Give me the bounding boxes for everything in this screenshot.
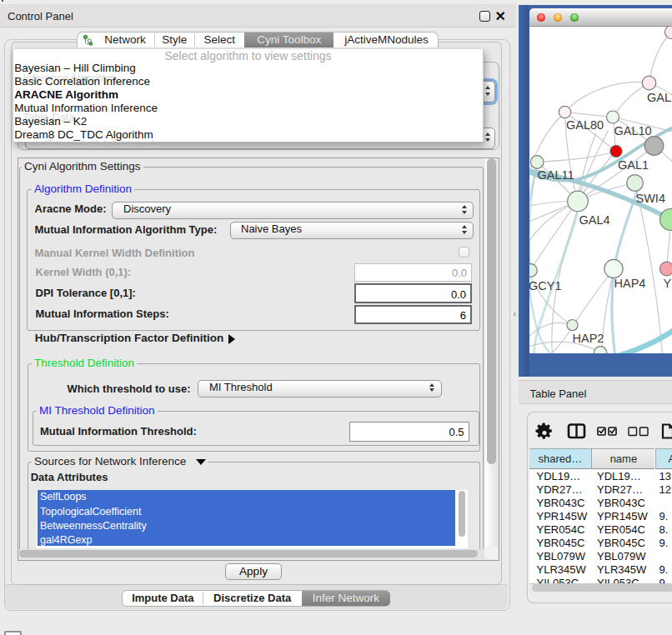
svg-text:GAL11: GAL11 [537, 168, 574, 182]
svg-text:HAP2: HAP2 [572, 332, 604, 345]
svg-text:YM: YM [663, 277, 672, 290]
svg-text:GAL10: GAL10 [614, 124, 651, 138]
svg-text:SWI4: SWI4 [635, 192, 664, 205]
svg-text:GAL80: GAL80 [566, 118, 604, 132]
svg-text:GAL1: GAL1 [618, 158, 649, 172]
svg-text:HAP4: HAP4 [614, 277, 645, 290]
svg-text:GCY1: GCY1 [529, 279, 562, 292]
svg-text:GAL2: GAL2 [647, 90, 672, 103]
svg-text:GAL4: GAL4 [579, 212, 609, 226]
